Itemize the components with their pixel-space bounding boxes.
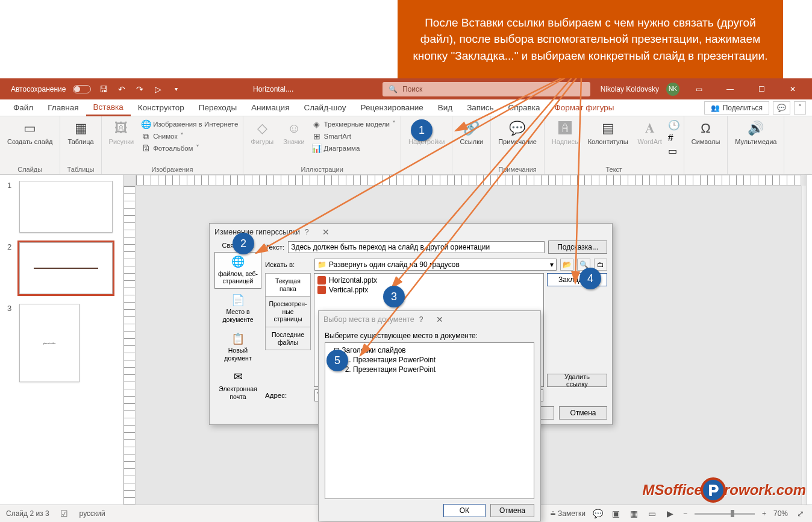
- tab-shape-format[interactable]: Формат фигуры: [547, 99, 621, 116]
- redo-icon[interactable]: ↷: [134, 84, 145, 95]
- tab-slideshow[interactable]: Слайд-шоу: [296, 99, 353, 116]
- normal-view-icon[interactable]: ▣: [611, 508, 622, 519]
- undo-icon[interactable]: ↶: [116, 84, 127, 95]
- close-window-icon[interactable]: ✕: [781, 78, 805, 99]
- collapse-ribbon-button[interactable]: ˄: [794, 101, 806, 115]
- tab-home[interactable]: Главная: [40, 99, 86, 116]
- tree-slide-1[interactable]: · 1. Презентация PowerPoint: [328, 355, 531, 365]
- object-icon[interactable]: ▭: [668, 145, 680, 157]
- header-footer-button[interactable]: ▤Колонтитулы: [584, 118, 632, 148]
- tab-file[interactable]: Файл: [6, 99, 40, 116]
- zoom-out-button[interactable]: −: [683, 509, 687, 518]
- zoom-in-button[interactable]: +: [762, 509, 766, 518]
- thumbnail-row-3[interactable]: 3 placeholder: [0, 298, 123, 386]
- shapes-button[interactable]: ◇Фигуры: [247, 118, 277, 148]
- tab-view[interactable]: Вид: [431, 99, 460, 116]
- fit-to-window-icon[interactable]: ⤢: [795, 508, 806, 519]
- link-to-place[interactable]: 📄Место в документе: [214, 291, 261, 327]
- 3d-models-button[interactable]: ◈Трехмерные модели ˅: [311, 119, 397, 130]
- ribbon-display-icon[interactable]: ▭: [687, 78, 711, 99]
- tab-current-folder[interactable]: Текущая папка: [265, 273, 311, 297]
- screenshot-button[interactable]: ⧉Снимок ˅: [140, 131, 239, 142]
- tree-slide-2[interactable]: · 2. Презентация PowerPoint: [328, 365, 531, 374]
- smartart-button[interactable]: ⊞SmartArt: [311, 131, 397, 142]
- remove-link-button[interactable]: Удалить ссылку: [547, 374, 607, 387]
- table-button[interactable]: ▦Таблица: [64, 118, 97, 148]
- dialog2-close-icon[interactable]: ✕: [431, 315, 448, 324]
- autosave-toggle[interactable]: [73, 85, 91, 93]
- thumbnail-row-1[interactable]: 1: [0, 175, 123, 236]
- look-in-dropdown[interactable]: 📁Развернуть один слайд на 90 градусов▾: [314, 259, 557, 271]
- tab-insert[interactable]: Вставка: [86, 99, 131, 116]
- horizontal-ruler[interactable]: [136, 175, 801, 186]
- link-to-file-web[interactable]: 🌐файлом, веб-страницей: [214, 252, 261, 289]
- tab-browsed-pages[interactable]: Просмотрен-ные страницы: [265, 296, 311, 327]
- tab-transitions[interactable]: Переходы: [192, 99, 244, 116]
- slide-counter[interactable]: Слайд 2 из 3: [6, 509, 49, 518]
- comments-pane-button[interactable]: 💬: [773, 101, 790, 115]
- tab-animations[interactable]: Анимация: [244, 99, 296, 116]
- share-button[interactable]: 👥Поделиться: [704, 101, 769, 115]
- place-ok-button[interactable]: ОК: [443, 504, 486, 517]
- slideshow-view-icon[interactable]: ▶: [665, 508, 676, 519]
- wordart-button[interactable]: 𝐀WordArt: [634, 118, 666, 148]
- zoom-level[interactable]: 70%: [773, 509, 788, 518]
- hyperlink-cancel-button[interactable]: Отмена: [559, 406, 607, 420]
- slide-thumb-3[interactable]: placeholder: [19, 304, 80, 382]
- link-to-email[interactable]: ✉Электронная почта: [214, 367, 261, 404]
- user-name[interactable]: Nikolay Koldovsky: [601, 85, 659, 93]
- tab-design[interactable]: Конструктор: [131, 99, 192, 116]
- text-to-display-input[interactable]: [288, 241, 545, 253]
- qat-customize-icon[interactable]: ▾: [170, 84, 181, 95]
- maximize-icon[interactable]: ☐: [749, 78, 773, 99]
- search-box[interactable]: 🔍 Поиск: [383, 82, 590, 96]
- media-button[interactable]: 🔊Мультимедиа: [731, 118, 780, 148]
- vertical-ruler[interactable]: [123, 186, 136, 505]
- format-shape-pane-edge[interactable]: [806, 175, 812, 505]
- textbox-button[interactable]: 🅰Надпись: [548, 118, 582, 148]
- screentip-button[interactable]: Подсказка...: [548, 241, 607, 254]
- place-tree[interactable]: ⊟ Заголовки слайдов · 1. Презентация Pow…: [325, 342, 534, 499]
- user-avatar[interactable]: NK: [666, 83, 679, 96]
- file-item-vertical[interactable]: Vertical.pptx: [316, 285, 542, 295]
- zoom-slider[interactable]: [695, 513, 755, 515]
- file-item-horizontal[interactable]: Horizontal.pptx: [316, 275, 542, 285]
- dialog-titlebar[interactable]: Изменение гиперссылки ? ✕: [210, 224, 612, 241]
- thumbnail-row-2[interactable]: 2: [0, 236, 123, 298]
- slide-number-icon[interactable]: #: [668, 133, 680, 143]
- chart-button[interactable]: 📊Диаграмма: [311, 143, 397, 154]
- sorter-view-icon[interactable]: ▦: [629, 508, 640, 519]
- place-cancel-button[interactable]: Отмена: [490, 504, 534, 517]
- start-from-beginning-icon[interactable]: ▷: [152, 84, 163, 95]
- tab-review[interactable]: Рецензирование: [353, 99, 430, 116]
- save-icon[interactable]: 🖫: [98, 84, 109, 95]
- tab-record[interactable]: Запись: [460, 99, 501, 116]
- slide-thumb-1[interactable]: [19, 181, 113, 233]
- language-indicator[interactable]: русский: [80, 509, 105, 518]
- comment-button[interactable]: 💬Примечание: [495, 118, 540, 148]
- up-folder-button[interactable]: 📂: [560, 259, 573, 271]
- pictures-button[interactable]: 🖼Рисунки: [105, 118, 138, 148]
- icons-button[interactable]: ☺Значки: [280, 118, 308, 148]
- links-button[interactable]: 🔗Ссылки: [456, 118, 487, 148]
- dialog-close-icon[interactable]: ✕: [317, 227, 334, 237]
- reading-view-icon[interactable]: ▭: [647, 508, 658, 519]
- slide-thumb-2[interactable]: [19, 242, 113, 294]
- dialog-help-icon[interactable]: ?: [300, 228, 314, 236]
- link-to-new-doc[interactable]: 📋Новый документ: [214, 329, 261, 366]
- photo-album-button[interactable]: 🖻Фотоальбом ˅: [140, 143, 239, 154]
- tree-heading[interactable]: ⊟ Заголовки слайдов: [328, 345, 531, 355]
- comments-status-icon[interactable]: 💬: [593, 508, 604, 519]
- tab-help[interactable]: Справка: [501, 99, 547, 116]
- dialog2-titlebar[interactable]: Выбор места в документе ? ✕: [319, 311, 540, 328]
- new-slide-button[interactable]: ▭Создать слайд: [4, 118, 56, 148]
- dialog2-help-icon[interactable]: ?: [414, 315, 428, 324]
- notes-button[interactable]: ≐ Заметки: [550, 509, 586, 518]
- minimize-icon[interactable]: —: [718, 78, 742, 99]
- tab-recent-files[interactable]: Последние файлы: [265, 327, 311, 350]
- accessibility-icon[interactable]: ☑: [59, 508, 70, 519]
- symbols-button[interactable]: ΩСимволы: [688, 118, 724, 148]
- slide-thumbnails-panel[interactable]: 1 2 3 placeholder: [0, 175, 123, 505]
- date-time-icon[interactable]: 🕒: [668, 119, 680, 131]
- online-pictures-button[interactable]: 🌐Изображения в Интернете: [140, 119, 239, 130]
